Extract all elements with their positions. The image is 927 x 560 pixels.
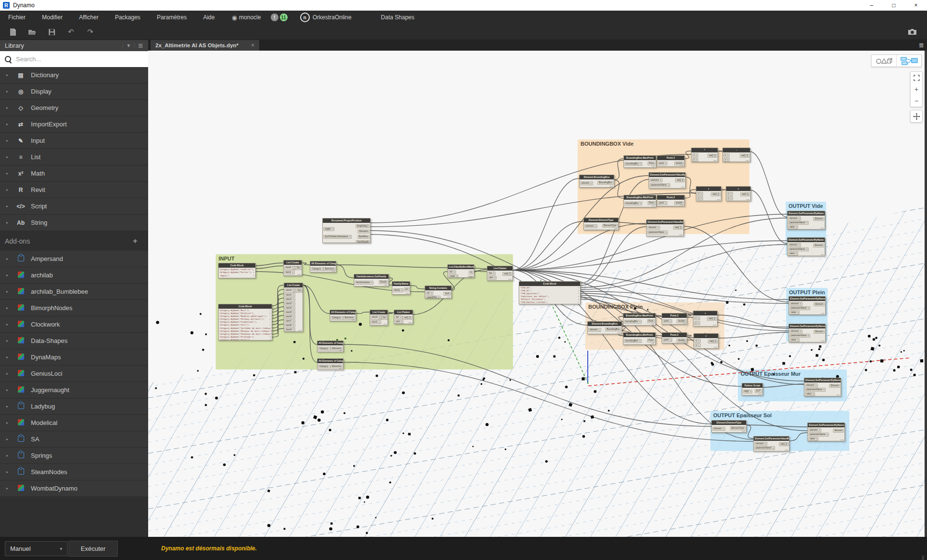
- input-port[interactable]: element›: [808, 428, 821, 432]
- input-port[interactable]: item1›: [284, 271, 295, 274]
- input-port[interactable]: docOrNodeLinkInstance›: [323, 235, 352, 239]
- sidebar-item-modelical[interactable]: ▸Modelical: [0, 415, 148, 431]
- output-port[interactable]: var[]..[]: [711, 192, 720, 196]
- output-port[interactable]: OUT: [755, 389, 762, 393]
- graph-node-element-setparameterbyname[interactable]: Element.SetParameterByNameelement›parame…: [787, 211, 825, 230]
- zoom-fit-button[interactable]: [911, 72, 922, 83]
- input-port[interactable]: parameterName›: [805, 388, 826, 392]
- sidebar-item-geniusloci[interactable]: ▸GeniusLoci: [0, 366, 148, 382]
- graph-node-[interactable]: -x›y›var[]..[]auto: [722, 148, 750, 162]
- input-port[interactable]: list›: [488, 272, 496, 275]
- graph-node-all-elements-of-category[interactable]: All Elements of CategoryCategory›Element…: [317, 358, 344, 370]
- graph-node-[interactable]: +x›y›var[]..[]auto: [696, 186, 721, 201]
- menu-data-shapes[interactable]: Data Shapes: [360, 11, 422, 24]
- output-port[interactable]: str: [404, 287, 409, 291]
- tab-close-icon[interactable]: ×: [251, 42, 254, 49]
- input-port[interactable]: item1›: [285, 293, 295, 297]
- output-port[interactable]: var[]..[]: [779, 442, 789, 446]
- expand-arrow-icon[interactable]: ▸: [0, 122, 14, 126]
- input-port[interactable]: point›: [658, 162, 667, 165]
- expand-arrow-icon[interactable]: ▸: [0, 73, 14, 77]
- undo-button[interactable]: ↶: [65, 27, 77, 37]
- run-button[interactable]: Exécuter: [69, 541, 118, 557]
- input-port[interactable]: x›: [694, 316, 700, 320]
- input-port[interactable]: familyInstance›: [355, 281, 374, 285]
- sidebar-item-clockwork[interactable]: ▸Clockwork: [0, 316, 148, 333]
- tab-document[interactable]: 2x_Altimetrie Al AS Objets.dyn* ×: [151, 40, 259, 51]
- sidebar-item-dictionary[interactable]: ▸▤Dictionary: [0, 67, 148, 83]
- expand-arrow-icon[interactable]: ▸: [0, 220, 14, 225]
- sidebar-item-ladybug[interactable]: ▸Ladybug: [0, 398, 148, 415]
- menu-param-tres[interactable]: Paramètres: [149, 11, 195, 24]
- expand-arrow-icon[interactable]: ▸: [0, 289, 14, 294]
- input-port[interactable]: item4›: [285, 306, 295, 310]
- zoom-in-button[interactable]: +: [911, 83, 922, 95]
- add-item-button[interactable]: +: [292, 266, 295, 270]
- output-port[interactable]: Elevation: [358, 230, 370, 233]
- sidebar-item-juggernaught[interactable]: ▸Juggernaught: [0, 382, 148, 398]
- input-port[interactable]: item5›: [285, 311, 295, 314]
- expand-arrow-icon[interactable]: ▸: [0, 204, 14, 208]
- input-port[interactable]: element›: [580, 181, 593, 185]
- sidebar-item-archilab[interactable]: ▸archilab: [0, 267, 148, 284]
- expand-arrow-icon[interactable]: ▸: [0, 437, 14, 441]
- graph-node-[interactable]: +x›y›var[]..[]auto: [726, 186, 751, 201]
- output-port-icon[interactable]: ›: [253, 274, 254, 277]
- expand-arrow-icon[interactable]: ▸: [0, 421, 14, 425]
- input-port[interactable]: x›: [694, 339, 701, 343]
- input-port[interactable]: item3›: [285, 302, 295, 306]
- graph-node-code-block[interactable]: Code BlockCategory.ByName("Murs");›Categ…: [218, 304, 272, 341]
- output-port[interactable]: Family: [379, 280, 388, 284]
- menu-afficher[interactable]: Afficher: [71, 11, 107, 24]
- output-port[interactable]: Point: [647, 319, 655, 323]
- graph-node-all-elements-of-category[interactable]: All Elements of CategoryCategory›Element…: [317, 341, 344, 352]
- input-port[interactable]: toggle›: [323, 227, 334, 231]
- menu-packages[interactable]: Packages: [107, 11, 149, 24]
- input-port[interactable]: value›: [789, 338, 800, 342]
- graph-node-boundingbox-minpoint[interactable]: BoundingBox.MinPointboundingBox›Pointaut…: [623, 332, 656, 345]
- sidebar-item-list[interactable]: ▸≡List: [0, 149, 148, 165]
- input-port[interactable]: element›: [584, 224, 597, 228]
- input-port[interactable]: x›: [692, 153, 698, 157]
- input-port[interactable]: value›: [788, 225, 798, 229]
- sidebar-item-input[interactable]: ▸✎Input: [0, 133, 148, 149]
- input-port[interactable]: y›: [697, 196, 703, 200]
- graph-node-boundingbox-maxpoint[interactable]: BoundingBox.MaxPointboundingBox›Pointaut…: [623, 313, 656, 326]
- input-port[interactable]: family›: [393, 288, 403, 292]
- input-port[interactable]: boundingBox›: [624, 320, 642, 324]
- library-filter-icon[interactable]: ▼: [126, 43, 131, 48]
- menu-orkestraonline[interactable]: OrkestraOnline: [313, 11, 360, 24]
- input-port[interactable]: point›: [658, 201, 667, 205]
- output-port[interactable]: BoundingBox: [605, 328, 621, 331]
- graph-node-list-create[interactable]: List Createitem0+−›item1›listauto: [370, 310, 388, 326]
- menu-monocle[interactable]: monocle: [239, 11, 269, 24]
- output-port[interactable]: var[]..[]: [502, 272, 512, 276]
- output-port[interactable]: var[]..[]: [740, 154, 749, 158]
- geometry-view-button[interactable]: [872, 55, 896, 67]
- graph-node-list-filterbyboolmask[interactable]: List.FilterByBoolMasklist›mask›inoutauto: [447, 264, 474, 278]
- input-port[interactable]: boundingBox›: [624, 202, 642, 205]
- input-port[interactable]: item6›: [285, 315, 295, 319]
- output-port[interactable]: Element: [814, 302, 825, 306]
- graph-node-element-boundingbox[interactable]: Element.BoundingBoxelement›BoundingBoxau…: [579, 175, 614, 188]
- input-port[interactable]: element›: [754, 442, 767, 446]
- expand-arrow-icon[interactable]: ▸: [0, 339, 14, 343]
- expand-arrow-icon[interactable]: ▸: [0, 388, 14, 392]
- output-port[interactable]: Point: [647, 339, 655, 342]
- input-port[interactable]: element›: [788, 217, 801, 220]
- sidebar-item-sa[interactable]: ▸SA: [0, 431, 148, 448]
- add-package-button[interactable]: +: [133, 236, 138, 246]
- graph-node-element-getparametervaluebyname[interactable]: Element.GetParameterValueByNameelement›p…: [649, 172, 686, 189]
- menu-modifier[interactable]: Modifier: [34, 11, 71, 24]
- graph-node-boundingbox-minpoint[interactable]: BoundingBox.MinPointboundingBox›Pointaut…: [623, 195, 656, 207]
- sidebar-item-bimorphnodes[interactable]: ▸BimorphNodes: [0, 300, 148, 316]
- graph-node-familyinstance-getfamily[interactable]: FamilyInstance.GetFamilyfamilyInstance›F…: [354, 274, 389, 287]
- input-port[interactable]: point›: [663, 338, 672, 342]
- sidebar-item-archilab-bumblebee[interactable]: ▸archilab_Bumblebee: [0, 284, 148, 300]
- expand-arrow-icon[interactable]: ▸: [0, 138, 14, 143]
- expand-arrow-icon[interactable]: ▸: [0, 273, 14, 277]
- sidebar-item-script[interactable]: ▸</>Script: [0, 198, 148, 215]
- input-port[interactable]: y›: [723, 158, 730, 162]
- graph-node-all-elements-of-category[interactable]: All Elements of CategoryCategory›Element…: [310, 261, 336, 273]
- input-port[interactable]: element›: [789, 329, 802, 333]
